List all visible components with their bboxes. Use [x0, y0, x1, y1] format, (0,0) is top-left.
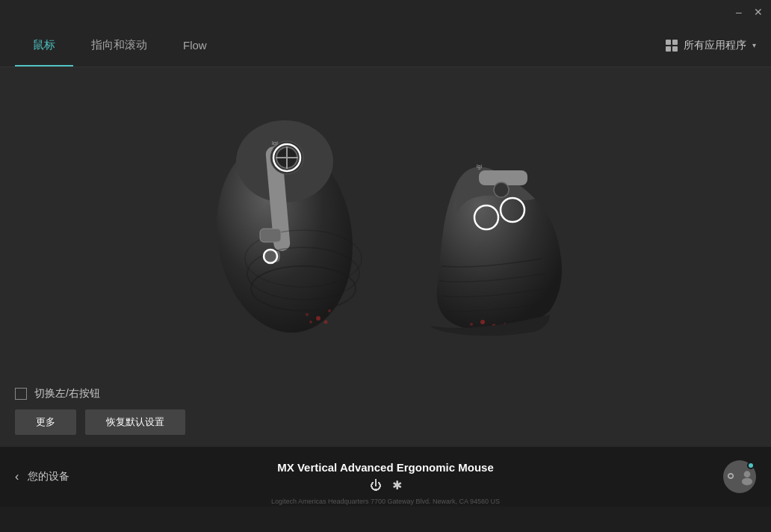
chevron-down-icon: ▾ [752, 41, 756, 49]
svg-point-30 [742, 478, 752, 486]
reset-button[interactable]: 恢复默认设置 [85, 409, 185, 435]
online-status-dot [747, 462, 755, 469]
tab-mouse[interactable]: 鼠标 [15, 24, 73, 66]
device-info: MX Vertical Advanced Ergonomic Mouse ⏻ ✱ [277, 461, 494, 492]
button-row: 更多 恢复默认设置 [15, 409, 756, 435]
svg-point-16 [324, 321, 328, 324]
back-to-devices[interactable]: ‹ 您的设备 [15, 470, 69, 483]
svg-point-17 [309, 321, 312, 324]
minimize-button[interactable]: – [734, 7, 744, 17]
switch-buttons-checkbox[interactable] [15, 388, 27, 400]
svg-rect-11 [260, 229, 281, 242]
bottom-controls: 切换左/右按钮 更多 恢复默认设置 [0, 375, 771, 447]
app-selector[interactable]: 所有应用程序 ▾ [666, 39, 756, 52]
svg-point-19 [306, 313, 309, 316]
mouse-display: lgi [0, 67, 771, 375]
avatar[interactable]: ⚬ [723, 460, 756, 493]
main-content: lgi [0, 67, 771, 447]
your-devices-label: 您的设备 [28, 470, 69, 483]
tab-bar: 鼠标 指向和滚动 Flow 所有应用程序 ▾ [0, 24, 771, 67]
more-button[interactable]: 更多 [15, 409, 76, 435]
bluetooth-icon: ✱ [392, 478, 402, 492]
user-icon: ⚬ [723, 466, 738, 487]
mouse-right: lgi [415, 132, 565, 341]
tab-flow[interactable]: Flow [165, 24, 225, 66]
mouse-left-svg: lgi [206, 102, 371, 341]
grid-icon [666, 40, 678, 52]
svg-text:lgi: lgi [272, 140, 278, 146]
switch-buttons-row: 切换左/右按钮 [15, 387, 756, 400]
usb-icon: ⏻ [370, 479, 382, 492]
tab-pointing-scrolling[interactable]: 指向和滚动 [73, 24, 165, 66]
svg-point-25 [480, 320, 485, 324]
svg-point-15 [316, 316, 321, 321]
mouse-right-svg: lgi [415, 132, 565, 341]
device-icons: ⏻ ✱ [277, 478, 494, 492]
title-bar: – ✕ [0, 0, 771, 24]
account-area: ⚬ [723, 460, 756, 493]
svg-point-29 [744, 471, 751, 477]
footer: ‹ 您的设备 MX Vertical Advanced Ergonomic Mo… [0, 447, 771, 507]
watermark: Logitech Americas Headquarters 7700 Gate… [0, 498, 771, 507]
svg-point-18 [328, 309, 331, 312]
mouse-left: lgi [206, 102, 371, 341]
device-name: MX Vertical Advanced Ergonomic Mouse [277, 461, 494, 474]
svg-point-27 [470, 323, 473, 326]
svg-point-23 [494, 182, 509, 197]
close-button[interactable]: ✕ [753, 7, 764, 17]
chevron-left-icon: ‹ [15, 470, 19, 483]
switch-buttons-label: 切换左/右按钮 [34, 387, 100, 400]
svg-text:lgi: lgi [477, 164, 482, 170]
